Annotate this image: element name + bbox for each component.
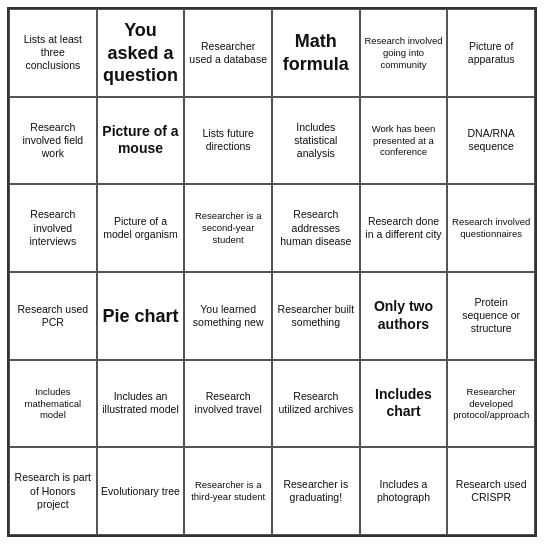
bingo-cell-34[interactable]: Includes a photograph [360,447,448,535]
bingo-cell-28[interactable]: Includes chart [360,360,448,448]
bingo-cell-0[interactable]: Lists at least three conclusions [9,9,97,97]
bingo-cell-24[interactable]: Includes mathematical model [9,360,97,448]
bingo-cell-18[interactable]: Research used PCR [9,272,97,360]
bingo-board: Lists at least three conclusionsYou aske… [7,7,537,537]
bingo-cell-11[interactable]: DNA/RNA sequence [447,97,535,185]
bingo-cell-22[interactable]: Only two authors [360,272,448,360]
bingo-cell-9[interactable]: Includes statistical analysis [272,97,360,185]
bingo-cell-26[interactable]: Research involved travel [184,360,272,448]
bingo-cell-19[interactable]: Pie chart [97,272,185,360]
bingo-cell-1[interactable]: You asked a question [97,9,185,97]
bingo-cell-12[interactable]: Research involved interviews [9,184,97,272]
bingo-cell-32[interactable]: Researcher is a third-year student [184,447,272,535]
bingo-cell-31[interactable]: Evolutionary tree [97,447,185,535]
bingo-cell-27[interactable]: Research utilized archives [272,360,360,448]
bingo-cell-7[interactable]: Picture of a mouse [97,97,185,185]
bingo-cell-21[interactable]: Researcher built something [272,272,360,360]
bingo-cell-8[interactable]: Lists future directions [184,97,272,185]
bingo-cell-30[interactable]: Research is part of Honors project [9,447,97,535]
bingo-cell-29[interactable]: Researcher developed protocol/approach [447,360,535,448]
bingo-cell-15[interactable]: Research addresses human disease [272,184,360,272]
bingo-cell-17[interactable]: Research involved questionnaires [447,184,535,272]
bingo-cell-13[interactable]: Picture of a model organism [97,184,185,272]
bingo-cell-20[interactable]: You learned something new [184,272,272,360]
bingo-cell-6[interactable]: Research involved field work [9,97,97,185]
bingo-cell-35[interactable]: Research used CRISPR [447,447,535,535]
bingo-cell-14[interactable]: Researcher is a second-year student [184,184,272,272]
bingo-cell-5[interactable]: Picture of apparatus [447,9,535,97]
bingo-cell-10[interactable]: Work has been presented at a conference [360,97,448,185]
bingo-cell-3[interactable]: Math formula [272,9,360,97]
bingo-cell-25[interactable]: Includes an illustrated model [97,360,185,448]
bingo-cell-2[interactable]: Researcher used a database [184,9,272,97]
bingo-cell-4[interactable]: Research involved going into community [360,9,448,97]
bingo-cell-33[interactable]: Researcher is graduating! [272,447,360,535]
bingo-cell-16[interactable]: Research done in a different city [360,184,448,272]
bingo-cell-23[interactable]: Protein sequence or structure [447,272,535,360]
